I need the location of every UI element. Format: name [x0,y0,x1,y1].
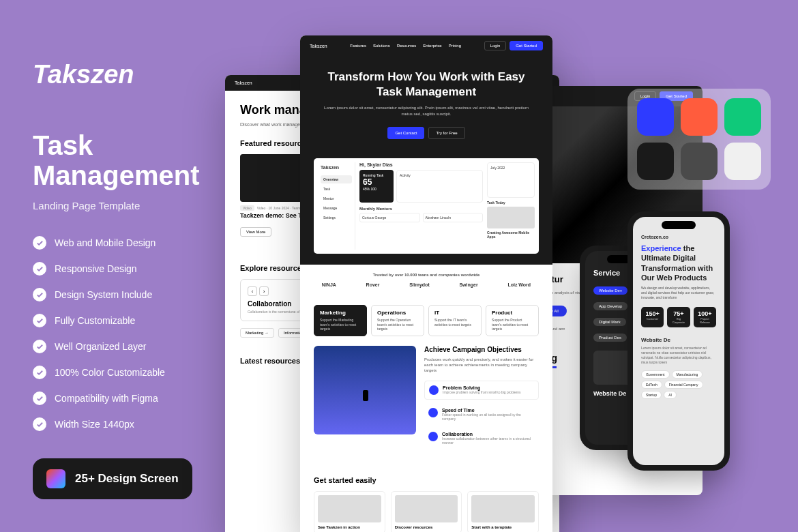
feature-item: Design System Include [33,288,224,301]
check-icon [33,236,46,250]
partner-logo: Rover [366,282,380,287]
campaign-text: Produces work quickly and precisely, and… [424,357,539,374]
phone-mockups: Service Website DevApp DevelopDigital Ma… [580,211,771,505]
try-free-button[interactable]: Try for Free [428,127,464,139]
trust-section: Trusted by over 10.000 teans and compani… [300,265,552,295]
get-started-button[interactable]: Get Started [509,41,543,50]
nav-item[interactable]: Resources [397,44,417,48]
nav-item[interactable]: Pricing [449,44,461,48]
section-title: Website De [641,337,716,343]
stat-card: 150+Customer [641,307,664,327]
campaign-image [314,346,416,434]
service-pill[interactable]: Product Des [593,334,627,342]
filter-chip[interactable]: Marketing → [240,328,274,338]
feature-item: Fully Customizable [33,314,224,327]
industry-chip[interactable]: Government [641,370,670,379]
view-more-button[interactable]: View More [240,227,271,237]
partner-logo: Loiz Word [507,282,531,287]
partner-logo: Slimydot [409,282,430,287]
brand-logo: Takszen [33,60,224,89]
notch [662,221,696,229]
page-title: Task Management [33,130,224,190]
category-tabs: MarketingSupport the Marketing team's ac… [300,295,552,346]
started-card[interactable]: See Taskzen in action [314,491,385,532]
started-card[interactable]: Discover resources [391,491,462,532]
industry-chip[interactable]: AI [664,391,677,399]
feature-item: Compatibility with Figma [33,391,224,405]
nav-item[interactable]: Enterprise [423,44,441,48]
tab[interactable]: ITSupport the IT team's activities to me… [428,305,482,336]
benefit-icon [428,432,438,441]
page-subtitle: Landing Page Template [33,200,224,211]
hero-title: Transform How You Work with Easy Task Ma… [321,70,532,100]
service-pill[interactable]: Digital Mark [593,318,626,326]
figma-badge: 25+ Design Screen [33,458,192,499]
feature-item: Responsive Design [33,262,224,276]
mobile-text: We design and develop website, applicati… [641,286,716,300]
menu-item[interactable]: Overview [321,175,352,183]
nav-item[interactable]: Features [350,44,366,48]
check-icon [33,314,46,327]
mentor-card[interactable]: Curious George [359,213,420,222]
hero: Transform How You Work with Easy Task Ma… [300,56,552,158]
dashboard-preview: Takszen OverviewTaskMentorMessageSetting… [314,158,539,254]
started-card[interactable]: Start with a template [467,491,539,532]
get-contact-button[interactable]: Get Contact [387,127,424,139]
check-icon [33,417,46,431]
calendar[interactable]: July 2022 [487,162,535,198]
industry-chip[interactable]: Financial Company [664,381,703,389]
running-task-card: Running Task 65 45% 100 [359,170,394,203]
menu-item[interactable]: Message [321,204,352,212]
brand: Takszen [235,80,252,85]
task-name: Creating Awesome Mobile Apps [487,231,535,239]
industry-chip[interactable]: EdTech [641,381,662,389]
badge-text: 25+ Design Screen [75,472,179,486]
partner-logo: NINJA [322,282,336,287]
dash-logo: Takszen [321,165,352,170]
benefit-icon [428,408,438,417]
industry-chip[interactable]: Manufacturing [672,370,703,379]
section-text: Lorem ipsum dolor sit amet, consectetur … [641,346,716,365]
tab[interactable]: MarketingSupport the Marketing team's ac… [314,305,367,336]
service-pill[interactable]: Website Dev [593,286,627,295]
campaign-title: Achieve Campaign Objectives [424,346,539,353]
color-swatch [724,98,761,136]
figma-icon [46,469,65,488]
color-swatch [637,143,674,180]
nav: FeaturesSolutionsResourcesEnterprisePric… [350,44,461,48]
benefit-item: CollaborationIncrease collaboration betw… [424,429,539,447]
color-swatch [637,98,674,136]
mentors-title: Monthly Mentors [359,207,483,211]
industry-chip[interactable]: Startup [641,391,662,399]
mentor-card[interactable]: Abraham Lincoln [423,213,484,222]
color-swatch [681,143,718,180]
service-pill[interactable]: App Develop [593,302,627,310]
color-swatch [724,143,761,180]
benefit-item: Problem SolvingImprove problem solving f… [424,381,539,400]
color-swatch [681,98,718,136]
check-icon [33,262,46,276]
feature-item: Width Size 1440px [33,417,224,431]
login-button[interactable]: Login [484,41,507,50]
tab[interactable]: OperationsSupport the Operation team's a… [371,305,424,336]
brand: Takszen [310,44,327,48]
mobile-title: Experience the Ultimate Digital Transfor… [641,243,716,282]
menu-item[interactable]: Settings [321,213,352,222]
tab[interactable]: ProductSupport the Product team's activi… [486,305,539,336]
stat-card: 75+Big Corporate [667,307,690,327]
check-icon [33,340,46,353]
check-icon [33,366,46,379]
hero-text: Lorem ipsum dolor sit amet, consectetur … [321,105,532,117]
landing-page-mockup: Takszen FeaturesSolutionsResourcesEnterp… [300,35,552,532]
menu-item[interactable]: Task [321,185,352,193]
feature-item: Well Organized Layer [33,340,224,353]
arrow-left-icon[interactable]: ‹ [248,286,257,296]
check-icon [33,288,46,301]
nav-item[interactable]: Solutions [373,44,390,48]
arrow-right-icon[interactable]: › [259,286,269,296]
menu-item[interactable]: Mentor [321,194,352,203]
stat-card: 100+Project Release [694,307,716,327]
greeting: Hi, Skylar Dias [359,162,483,167]
check-icon [33,391,46,405]
feature-item: Web and Mobile Design [33,236,224,250]
